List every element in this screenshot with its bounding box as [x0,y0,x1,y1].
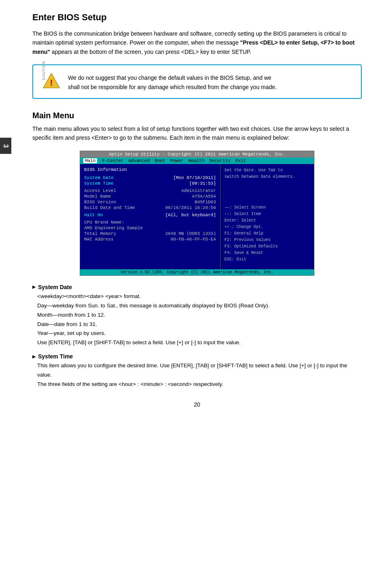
bios-right-panel: Set the Date. Use Tab toswitch between D… [221,164,314,269]
bios-help-text: Set the Date. Use Tab toswitch between D… [225,167,310,180]
bios-row-cpu-brand: CPU Brand Name: [84,220,216,225]
bios-screenshot: Aptio Setup Utility - Copyright (C) 2011… [80,151,314,276]
caution-text: We do not suggest that you change the de… [68,72,277,92]
bios-title-bar: Aptio Setup Utility - Copyright (C) 2011… [80,151,314,158]
bios-menu-security: Security [209,158,231,163]
bios-menu-health: Health [188,158,204,163]
caution-label: CAUTION [42,61,46,80]
item-system-time-title: System Time [32,353,362,360]
item-system-date: System Date <weekday><month><date> <year… [32,284,362,348]
section1-intro: The BIOS is the communication bridge bet… [32,29,362,56]
bios-menu-fcenter: F-Center [102,158,123,163]
bios-section-title: BIOS Information [84,167,216,172]
bios-row-mac-address: MAC Address90-FB-A6-FF-FD-EA [84,237,216,242]
bios-menu-advanced: Advanced [128,158,150,163]
bios-row-bios-version: BIOS VersionB45F1D03 [84,200,216,205]
caution-box: CAUTION ! We do not suggest that you cha… [32,64,362,99]
item-system-time: System Time This item allows you to conf… [32,353,362,389]
bios-key-f4: F4: Save & Reset [225,250,310,256]
item-system-date-title: System Date [32,284,362,290]
bios-row-system-date: System Date [Mon 07/18/2011] [84,175,216,180]
item-system-date-body: <weekday><month><date> <year> format. Da… [37,292,362,348]
bios-key-select-item: ↑↓: Select Item [225,211,310,217]
bios-row-system-time: System Time [09:31:53] [84,181,216,186]
section2-intro: The main menu allows you to select from … [32,124,362,143]
bios-row-model-name: Model NameA75A/A55A [84,194,216,199]
bios-menu-main: Main [83,158,97,163]
bios-menu-bar: Main F-Center Advanced Boot Power Health… [80,158,314,164]
bios-content: BIOS Information System Date [Mon 07/18/… [80,164,314,269]
bios-key-f3: F3: Optimized Defaults [225,243,310,250]
bios-key-esc: ESC: Exit [225,256,310,263]
bios-footer: Version 2.02.1205. Copyright (C) 2011 Am… [80,269,314,275]
bios-key-f1: F1: General Help [225,230,310,237]
bios-row-total-memory: Total Memory2048 MB (DDR3 1333) [84,231,216,236]
bios-key-change-opt: +/-: Change Opt. [225,224,310,230]
bios-key-enter: Enter: Select [225,217,310,224]
bios-key-help: →←: Select Screen ↑↓: Select Item Enter:… [225,205,310,263]
bios-menu-exit: Exit [235,158,246,163]
bios-menu-boot: Boot [155,158,165,163]
page-number: 20 [32,401,362,408]
caution-icon-wrapper: CAUTION ! [41,72,62,91]
bios-left-panel: BIOS Information System Date [Mon 07/18/… [80,164,221,269]
svg-text:!: ! [50,78,53,88]
bios-key-select-screen: →←: Select Screen [225,205,310,211]
bios-menu-power: Power [170,158,183,163]
section2-title: Main Menu [32,111,362,120]
bios-row-build-date: Build Date and Time06/16/2011 16:20:56 [84,205,216,210]
item-system-time-body: This item allows you to configure the de… [37,361,362,389]
bios-row-halt-on: Halt On [All, but keyboard] [84,213,216,217]
bios-row-access-level: Access LevelAdministrator [84,188,216,193]
bios-row-amd-engineering: AMD Engineering Sample [84,226,216,230]
bios-key-f2: F2: Previous Values [225,237,310,243]
side-tab: 3 [0,138,11,154]
section1-title: Enter BIOS Setup [32,12,362,23]
